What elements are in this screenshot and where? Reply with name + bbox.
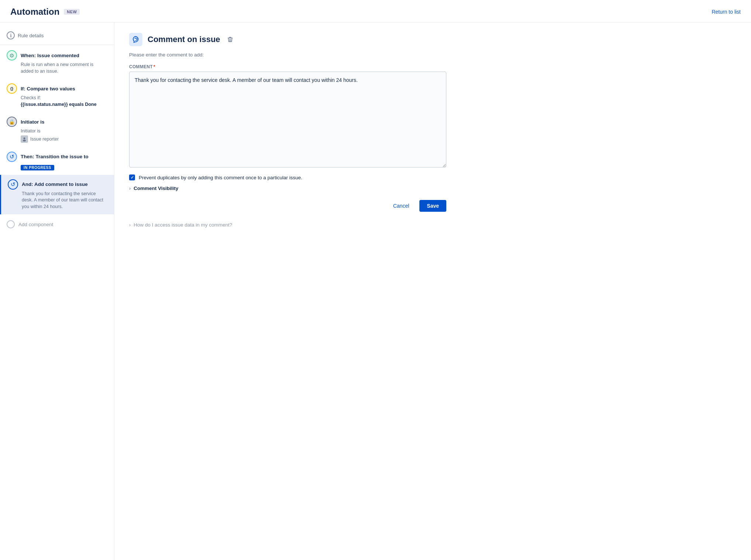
prevent-duplicates-text: Prevent duplicates by only adding this c…	[139, 175, 302, 180]
in-progress-badge: IN PROGRESS	[21, 165, 54, 170]
sidebar-item-initiator[interactable]: 🔒 Initiator is Initiator is Issue report…	[0, 112, 114, 147]
comment-label: Comment*	[129, 64, 736, 69]
issue-data-row[interactable]: › How do I access issue data in my comme…	[129, 222, 736, 228]
sidebar-divider	[0, 45, 114, 45]
add-component-row[interactable]: Add component	[0, 214, 114, 234]
sidebar-rule-details[interactable]: ℹ Rule details	[0, 26, 114, 44]
if-title: If: Compare two values	[21, 86, 75, 91]
when-icon: ⊙	[7, 50, 17, 61]
prevent-duplicates-checkbox[interactable]	[129, 174, 135, 180]
sidebar-item-and-header: ↺ And: Add comment to issue	[8, 179, 107, 190]
comment-visibility-row[interactable]: › Comment Visibility	[129, 186, 736, 191]
svg-point-1	[24, 137, 25, 139]
cancel-button[interactable]: Cancel	[387, 200, 416, 212]
issue-reporter-text: Issue reporter	[30, 136, 59, 142]
issue-reporter-row: Issue reporter	[7, 135, 107, 143]
delete-icon-btn[interactable]	[227, 36, 233, 43]
content-subtitle: Please enter the comment to add:	[129, 52, 736, 58]
chevron-right-icon: ›	[129, 186, 131, 191]
action-buttons: Cancel Save	[129, 200, 446, 212]
sidebar-item-initiator-header: 🔒 Initiator is	[7, 117, 107, 127]
rule-details-icon: ℹ	[7, 31, 15, 39]
comment-textarea[interactable]: Thank you for contacting the service des…	[129, 72, 446, 167]
app-container: Automation NEW Return to list ℹ Rule det…	[0, 0, 751, 560]
when-subtitle: Rule is run when a new comment is added …	[7, 62, 107, 75]
add-component-circle	[7, 220, 15, 228]
when-title: When: Issue commented	[21, 53, 79, 58]
sidebar-item-if-header: {} If: Compare two values	[7, 83, 107, 94]
if-subtitle: Checks if: {{issue.status.name}} equals …	[7, 95, 107, 108]
header-left: Automation NEW	[10, 7, 80, 17]
then-icon: ↺	[7, 152, 17, 162]
svg-point-2	[23, 139, 26, 141]
app-title: Automation	[10, 7, 59, 17]
save-button[interactable]: Save	[419, 200, 446, 212]
add-component-label: Add component	[18, 222, 53, 227]
sidebar-item-when-header: ⊙ When: Issue commented	[7, 50, 107, 61]
prevent-duplicates-row: Prevent duplicates by only adding this c…	[129, 174, 446, 180]
rule-details-label: Rule details	[18, 33, 44, 38]
issue-data-label: How do I access issue data in my comment…	[134, 222, 232, 228]
content-title: Comment on issue	[148, 35, 220, 44]
sidebar-item-if[interactable]: {} If: Compare two values Checks if: {{i…	[0, 79, 114, 112]
issue-reporter-avatar	[21, 135, 28, 143]
return-to-list-link[interactable]: Return to list	[712, 9, 741, 15]
and-title: And: Add comment to issue	[22, 182, 88, 187]
comment-visibility-label: Comment Visibility	[134, 186, 178, 191]
new-badge: NEW	[64, 9, 80, 15]
header: Automation NEW Return to list	[0, 0, 751, 23]
sidebar-item-then[interactable]: ↺ Then: Transition the issue to IN PROGR…	[0, 147, 114, 175]
sidebar: ℹ Rule details ⊙ When: Issue commented R…	[0, 23, 114, 560]
main-layout: ℹ Rule details ⊙ When: Issue commented R…	[0, 23, 751, 560]
content-icon	[129, 33, 142, 46]
content-header: Comment on issue	[129, 33, 736, 46]
sidebar-item-then-header: ↺ Then: Transition the issue to	[7, 152, 107, 162]
sidebar-item-and[interactable]: ↺ And: Add comment to issue Thank you fo…	[0, 175, 114, 215]
and-icon: ↺	[8, 179, 18, 190]
initiator-title: Initiator is	[21, 119, 45, 125]
initiator-subtitle1: Initiator is	[7, 128, 107, 135]
issue-data-chevron-icon: ›	[129, 222, 131, 228]
if-subtitle-plain: Checks if:	[21, 95, 41, 100]
sidebar-item-when[interactable]: ⊙ When: Issue commented Rule is run when…	[0, 46, 114, 79]
if-icon: {}	[7, 83, 17, 94]
content-area: Comment on issue Please enter the commen…	[114, 23, 751, 560]
and-subtitle: Thank you for contacting the service des…	[8, 191, 107, 210]
initiator-icon: 🔒	[7, 117, 17, 127]
required-star: *	[153, 64, 155, 69]
then-title: Then: Transition the issue to	[21, 154, 89, 159]
if-subtitle-bold: {{issue.status.name}} equals Done	[21, 102, 97, 107]
